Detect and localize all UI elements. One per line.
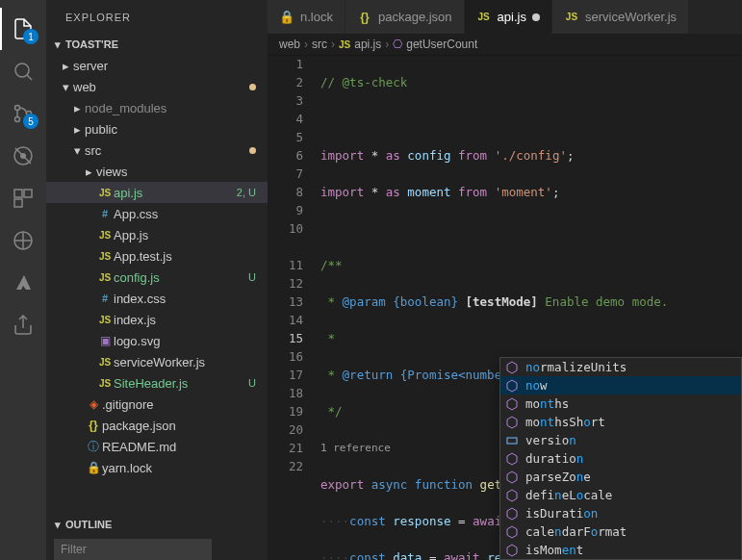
breadcrumbs[interactable]: web›src›JSapi.js›⎔getUserCount xyxy=(268,34,742,55)
tree-file[interactable]: JSindex.js xyxy=(46,309,268,330)
tree-file[interactable]: JSapi.js2, U xyxy=(46,182,268,203)
line-number: 13 xyxy=(268,293,303,311)
suggest-item[interactable]: monthsShort xyxy=(500,413,741,431)
tree-folder[interactable]: ▸server xyxy=(46,55,268,76)
tree-file[interactable]: 🔒yarn.lock xyxy=(46,457,268,478)
breadcrumb-item[interactable]: web xyxy=(279,38,300,51)
js-file-icon: JS xyxy=(96,315,114,325)
tree-file[interactable]: JSApp.test.js xyxy=(46,245,268,267)
activity-scm[interactable]: 5 xyxy=(0,92,46,135)
line-number: 20 xyxy=(268,420,303,439)
tab-pkg[interactable]: {}package.json xyxy=(345,0,465,34)
breadcrumb-item[interactable]: api.js xyxy=(354,38,381,51)
azure-icon xyxy=(12,271,35,294)
tree-file[interactable]: #App.css xyxy=(46,203,268,224)
tree-file[interactable]: ◈.gitignore xyxy=(46,394,268,415)
activity-extensions[interactable] xyxy=(0,177,46,219)
activity-azure[interactable] xyxy=(0,262,46,304)
tree-item-label: package.json xyxy=(102,419,256,433)
tree-file[interactable]: JSserviceWorker.js xyxy=(46,351,268,372)
code-editor[interactable]: 12345678910111213141516171819202122 // @… xyxy=(268,55,742,560)
chevron-right-icon: ▸ xyxy=(58,59,73,73)
activity-debug[interactable] xyxy=(0,135,46,177)
css-file-icon: # xyxy=(96,293,114,304)
sidebar-title: EXPLORER xyxy=(46,0,268,34)
method-icon xyxy=(504,415,520,430)
debug-icon xyxy=(12,144,35,167)
tree-item-label: node_modules xyxy=(85,101,256,115)
tab-label: api.js xyxy=(498,10,526,24)
suggest-label: parseZone xyxy=(525,468,591,486)
tree-file[interactable]: ⓘREADME.md xyxy=(46,436,268,457)
tab-label: package.json xyxy=(378,10,452,24)
tab-lock[interactable]: 🔒n.lock xyxy=(268,0,345,34)
chevron-down-icon: ▾ xyxy=(69,143,85,158)
section-header-outline[interactable]: ▾ OUTLINE xyxy=(46,514,268,535)
suggest-label: defineLocale xyxy=(525,486,612,504)
share-icon xyxy=(12,314,35,337)
method-icon xyxy=(504,470,520,485)
tree-item-label: config.js xyxy=(114,270,243,285)
git-status: U xyxy=(248,271,256,283)
line-number: 14 xyxy=(268,311,303,329)
chevron-down-icon: ▾ xyxy=(50,519,65,531)
tree-folder[interactable]: ▾web xyxy=(46,76,268,97)
git-file-icon: ◈ xyxy=(85,397,102,411)
tree-file[interactable]: #index.css xyxy=(46,288,268,309)
search-icon xyxy=(12,60,35,83)
suggest-item[interactable]: isDuration xyxy=(500,504,741,522)
tab-label: serviceWorker.js xyxy=(585,10,677,24)
method-icon xyxy=(504,524,520,540)
svg-rect-8 xyxy=(14,199,22,207)
chevron-right-icon: ▸ xyxy=(69,122,85,137)
editor-group: 🔒n.lock{}package.jsonJSapi.jsJSserviceWo… xyxy=(268,0,742,560)
suggest-item[interactable]: isMoment xyxy=(500,541,741,559)
method-icon: ⎔ xyxy=(393,38,402,51)
line-number: 4 xyxy=(268,110,303,128)
activity-liveshare[interactable] xyxy=(0,304,46,346)
tree-file[interactable]: ▣logo.svg xyxy=(46,330,268,351)
method-icon xyxy=(504,451,520,467)
suggest-label: version xyxy=(525,431,576,449)
line-number: 9 xyxy=(268,201,303,219)
tab-bar: 🔒n.lock{}package.jsonJSapi.jsJSserviceWo… xyxy=(268,0,742,34)
suggest-item[interactable]: parseZone xyxy=(500,468,741,486)
tree-folder[interactable]: ▾src xyxy=(46,140,268,161)
suggest-label: isDuration xyxy=(525,504,598,522)
suggest-item[interactable]: months xyxy=(500,395,741,413)
suggest-item[interactable]: duration xyxy=(500,449,741,468)
line-number: 12 xyxy=(268,274,303,293)
suggest-item[interactable]: now xyxy=(500,376,741,395)
section-header-workspace[interactable]: ▾ TOAST'RE xyxy=(46,34,268,55)
tree-folder[interactable]: ▸views xyxy=(46,161,268,182)
tree-item-label: logo.svg xyxy=(114,334,256,348)
activity-search[interactable] xyxy=(0,50,46,92)
suggest-item[interactable]: normalizeUnits xyxy=(500,358,741,376)
tab-api[interactable]: JSapi.js xyxy=(465,0,552,34)
tree-item-label: api.js xyxy=(114,186,231,200)
breadcrumb-item[interactable]: getUserCount xyxy=(406,38,477,51)
method-icon xyxy=(504,360,520,375)
method-icon xyxy=(504,543,520,558)
suggest-widget[interactable]: normalizeUnitsnowmonthsmonthsShortversio… xyxy=(499,357,742,560)
tree-folder[interactable]: ▸node_modules xyxy=(46,97,268,118)
suggest-label: monthsShort xyxy=(525,413,605,431)
extensions-icon xyxy=(12,187,35,210)
suggest-item[interactable]: calendarFormat xyxy=(500,522,741,541)
tree-item-label: web xyxy=(73,80,249,94)
activity-explorer[interactable]: 1 xyxy=(0,8,46,50)
activity-remote[interactable] xyxy=(0,219,46,262)
tree-file[interactable]: {}package.json xyxy=(46,415,268,436)
suggest-item[interactable]: version xyxy=(500,431,741,449)
suggest-item[interactable]: defineLocale xyxy=(500,486,741,504)
tree-item-label: serviceWorker.js xyxy=(114,355,256,369)
tree-file[interactable]: JSSiteHeader.jsU xyxy=(46,372,268,394)
tree-file[interactable]: JSApp.js xyxy=(46,224,268,245)
outline-filter-input[interactable] xyxy=(54,539,212,560)
tab-sw[interactable]: JSserviceWorker.js xyxy=(552,0,689,34)
js-file-icon: JS xyxy=(96,378,114,389)
file-tree[interactable]: ▸server▾web▸node_modules▸public▾src▸view… xyxy=(46,55,268,514)
breadcrumb-item[interactable]: src xyxy=(312,38,327,51)
tree-file[interactable]: JSconfig.jsU xyxy=(46,267,268,288)
tree-folder[interactable]: ▸public xyxy=(46,118,268,140)
